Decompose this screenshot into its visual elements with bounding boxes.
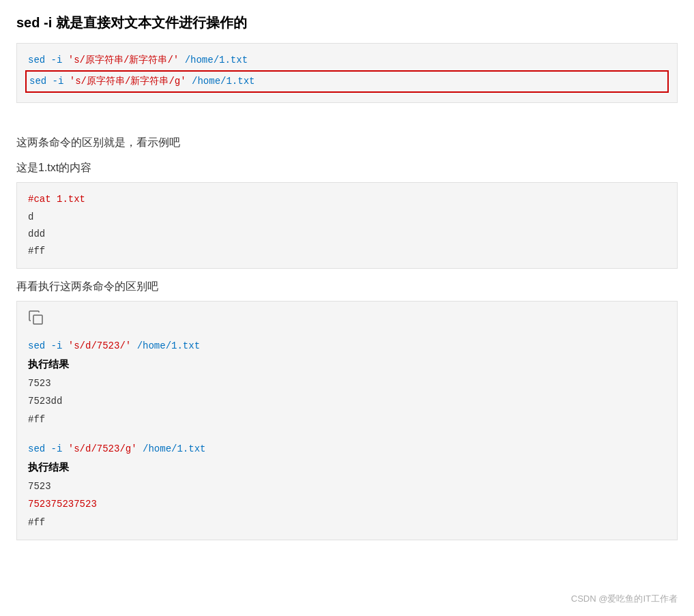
r2-line3: #ff	[28, 514, 666, 532]
code-line-2-highlighted: sed -i 's/原字符串/新字符串/g' /home/1.txt	[25, 70, 669, 93]
cat-line-ddd: ddd	[28, 226, 666, 243]
cmd-sed-1: sed -i	[28, 55, 68, 65]
paragraph-1: 这两条命令的区别就是，看示例吧	[16, 136, 678, 150]
cmd-pattern-1: 's/原字符串/新字符串/'	[68, 55, 179, 65]
copy-icon-area	[28, 310, 666, 337]
title-rest: 就是直接对文本文件进行操作的	[52, 15, 247, 30]
r1-line2: 7523dd	[28, 392, 666, 411]
result-block: sed -i 's/d/7523/' /home/1.txt 执行结果 7523…	[16, 301, 678, 540]
r2-line2-red: 752375237523	[28, 495, 666, 514]
copy-icon	[28, 310, 44, 326]
r1-line1: 7523	[28, 375, 666, 393]
cmd-path-1: /home/1.txt	[179, 55, 248, 65]
code-block-2: #cat 1.txt d ddd #ff	[16, 182, 678, 269]
spacer-1	[16, 114, 678, 125]
svg-rect-0	[33, 315, 42, 324]
code-line-1: sed -i 's/原字符串/新字符串/' /home/1.txt	[28, 52, 666, 69]
cmd-sed-2: sed -i	[29, 76, 70, 87]
cat-line-ff: #ff	[28, 243, 666, 260]
paragraph-2: 这是1.txt的内容	[16, 161, 678, 175]
title-bold: sed -i	[16, 15, 52, 30]
page-title: sed -i 就是直接对文本文件进行操作的	[16, 14, 678, 32]
cat-command: #cat 1.txt	[28, 194, 85, 205]
cat-cmd: #cat 1.txt	[28, 191, 666, 208]
result-label-1: 执行结果	[28, 355, 666, 375]
paragraph-3: 再看执行这两条命令的区别吧	[16, 280, 678, 294]
r2-line1: 7523	[28, 478, 666, 496]
result-label-2: 执行结果	[28, 458, 666, 478]
result-cmd-1: sed -i 's/d/7523/' /home/1.txt	[28, 337, 666, 355]
cmd-pattern-2: 's/原字符串/新字符串/g'	[70, 76, 186, 87]
r1-line3: #ff	[28, 411, 666, 429]
code-block-1: sed -i 's/原字符串/新字符串/' /home/1.txt sed -i…	[16, 43, 678, 103]
cmd-path-2: /home/1.txt	[186, 76, 255, 87]
spacer-result	[28, 429, 666, 440]
result-cmd-2: sed -i 's/d/7523/g' /home/1.txt	[28, 440, 666, 458]
cat-line-d: d	[28, 209, 666, 226]
